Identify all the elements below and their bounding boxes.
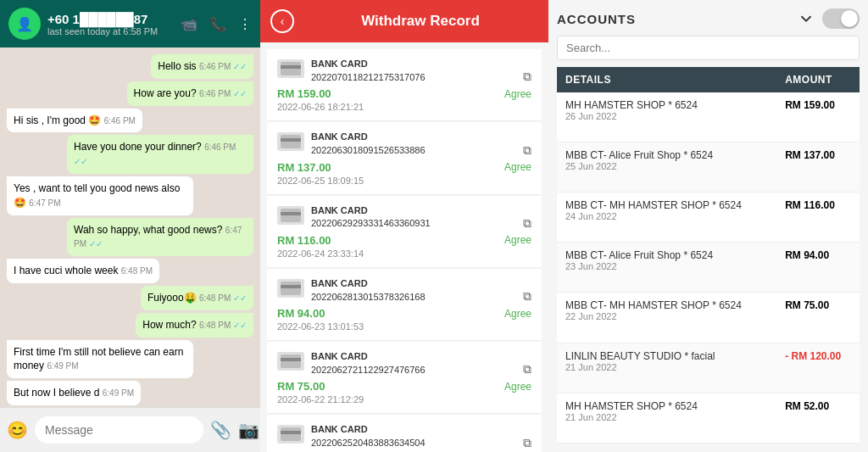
message-bubble-incoming: Hi sis , I'm good 🤩 6:46 PM xyxy=(7,109,142,133)
withdraw-item-mid: RM 159.00 Agree xyxy=(277,87,531,100)
details-cell: MH HAMSTER SHOP * 6524 21 Jun 2022 xyxy=(557,393,776,443)
read-receipt: ✓✓ xyxy=(74,157,87,166)
message-time: 6:46 PM xyxy=(104,116,136,126)
bank-card-inner xyxy=(281,135,301,148)
chat-panel: 👤 +60 1██████87 last seen today at 6:58 … xyxy=(0,0,260,452)
message-bubble-incoming: First time I'm still not believe can ear… xyxy=(7,340,193,379)
withdraw-amount: RM 94.00 xyxy=(277,307,325,320)
table-row: MH HAMSTER SHOP * 6524 26 Jun 2022 RM 15… xyxy=(557,92,860,142)
message-text: Hello sis xyxy=(158,60,196,72)
copy-icon[interactable]: ⧉ xyxy=(523,289,531,304)
message-bubble-outgoing: Fuiyooo🤑 6:48 PM ✓✓ xyxy=(141,286,253,310)
bank-card-icon xyxy=(277,59,304,78)
bank-card-inner xyxy=(281,427,301,441)
details-name: MH HAMSTER SHOP * 6524 xyxy=(565,99,768,111)
attachment-icon[interactable]: 📎 xyxy=(210,420,231,440)
read-receipt: ✓✓ xyxy=(233,62,247,71)
bank-card-inner xyxy=(281,62,301,75)
message-row: How much? 6:48 PM ✓✓ xyxy=(7,313,253,338)
message-text: First time I'm still not believe can ear… xyxy=(14,346,183,372)
table-row: MBB CT- MH HAMSTER SHOP * 6524 22 Jun 20… xyxy=(557,293,860,343)
withdraw-item-mid: RM 75.00 Agree xyxy=(277,380,531,393)
bank-card-label: BANK CARD xyxy=(311,350,531,362)
chevron-down-icon[interactable] xyxy=(797,9,815,28)
withdraw-status: Agree xyxy=(504,234,531,246)
message-time: 6:48 PM xyxy=(121,266,153,276)
message-bubble-incoming: But now I believe d 6:49 PM xyxy=(7,381,141,405)
message-input[interactable] xyxy=(35,416,203,444)
menu-icon[interactable]: ⋮ xyxy=(238,16,252,32)
message-bubble-outgoing: How are you? 6:46 PM ✓✓ xyxy=(127,81,253,106)
message-time: 6:49 PM xyxy=(47,361,78,371)
toggle-switch[interactable] xyxy=(822,8,860,29)
amount-cell: RM 52.00 xyxy=(776,393,860,443)
bank-card-icon xyxy=(277,279,304,298)
withdraw-date: 2022-06-24 23:33:14 xyxy=(277,248,531,259)
withdraw-date: 2022-06-22 21:12:29 xyxy=(277,394,531,405)
amount-cell: RM 116.00 xyxy=(776,193,860,243)
camera-icon[interactable]: 📷 xyxy=(238,420,259,440)
message-bubble-incoming: I have cuci whole week 6:48 PM xyxy=(7,259,159,283)
chat-body: Hello sis 6:46 PM ✓✓ How are you? 6:46 P… xyxy=(0,47,260,407)
withdraw-title: Withdraw Record xyxy=(303,13,538,30)
withdraw-date: 2022-06-26 18:21:21 xyxy=(277,102,531,112)
message-row: Hello sis 6:46 PM ✓✓ xyxy=(7,54,253,79)
details-date: 24 Jun 2022 xyxy=(565,211,768,221)
copy-icon[interactable]: ⧉ xyxy=(523,216,531,231)
withdraw-item-mid: RM 116.00 Agree xyxy=(277,234,531,247)
details-name: MBB CT- MH HAMSTER SHOP * 6524 xyxy=(565,299,768,311)
withdraw-amount: RM 116.00 xyxy=(277,234,331,247)
withdraw-status: Agree xyxy=(504,88,531,100)
message-time: 6:46 PM ✓✓ xyxy=(199,62,247,71)
bank-card-inner xyxy=(281,282,301,295)
accounts-table: DETAILS AMOUNT MH HAMSTER SHOP * 6524 26… xyxy=(557,67,860,444)
search-input[interactable] xyxy=(557,36,860,60)
contact-name: +60 1██████87 xyxy=(47,12,174,26)
contact-status: last seen today at 6:58 PM xyxy=(47,26,174,36)
back-button[interactable]: ‹ xyxy=(270,9,294,33)
amount-cell: - RM 120.00 xyxy=(776,343,860,393)
chat-header-info: +60 1██████87 last seen today at 6:58 PM xyxy=(47,12,174,36)
accounts-header: ACCOUNTS xyxy=(557,8,860,29)
video-call-icon[interactable]: 📹 xyxy=(181,16,198,32)
withdraw-item: BANK CARD 20220625204838836345​04 ⧉ RM 5… xyxy=(267,415,542,452)
withdraw-header: ‹ Withdraw Record xyxy=(260,0,548,42)
copy-icon[interactable]: ⧉ xyxy=(523,362,531,377)
message-text: Have you done your dinner? xyxy=(74,141,202,153)
phone-icon[interactable]: 📞 xyxy=(209,16,226,32)
chat-footer: 😊 📎 📷 🎤 xyxy=(0,407,260,452)
read-receipt: ✓✓ xyxy=(233,89,247,98)
message-text: Fuiyooo🤑 xyxy=(147,292,197,304)
withdraw-status: Agree xyxy=(504,161,531,173)
copy-icon[interactable]: ⧉ xyxy=(523,70,531,84)
message-text: Hi sis , I'm good 🤩 xyxy=(14,114,101,126)
table-row: MH HAMSTER SHOP * 6524 21 Jun 2022 RM 52… xyxy=(557,393,860,443)
emoji-icon[interactable]: 😊 xyxy=(7,420,28,440)
message-time: 6:48 PM ✓✓ xyxy=(199,293,247,303)
withdraw-amount: RM 159.00 xyxy=(277,87,331,100)
withdraw-status: Agree xyxy=(504,308,531,320)
message-row: I have cuci whole week 6:48 PM xyxy=(7,259,253,283)
withdraw-status: Agree xyxy=(504,381,531,393)
message-bubble-outgoing: Wah so happy, what good news? 6:47 PM ✓✓ xyxy=(67,218,253,257)
message-text: How much? xyxy=(142,319,196,331)
amount-cell: RM 94.00 xyxy=(776,243,860,293)
message-row: First time I'm still not believe can ear… xyxy=(7,340,253,379)
transaction-number: 20220627211229274767​66 xyxy=(311,365,520,375)
message-row: Fuiyooo🤑 6:48 PM ✓✓ xyxy=(7,286,253,310)
copy-icon[interactable]: ⧉ xyxy=(523,143,531,158)
message-row: Wah so happy, what good news? 6:47 PM ✓✓ xyxy=(7,218,253,257)
message-row: Have you done your dinner? 6:46 PM ✓✓ xyxy=(7,135,253,174)
message-text: I have cuci whole week xyxy=(14,265,118,276)
amount-cell: RM 137.00 xyxy=(776,142,860,192)
details-name: MBB CT- MH HAMSTER SHOP * 6524 xyxy=(565,199,768,211)
withdraw-item: BANK CARD 20220629293331463360​931 ⧉ RM … xyxy=(267,196,542,268)
message-time: 6:49 PM xyxy=(103,388,134,398)
copy-icon[interactable]: ⧉ xyxy=(523,436,531,450)
details-date: 25 Jun 2022 xyxy=(565,161,768,171)
details-cell: MBB CT- MH HAMSTER SHOP * 6524 22 Jun 20… xyxy=(557,293,776,343)
amount-header: AMOUNT xyxy=(776,67,860,92)
withdraw-list: BANK CARD 20220701182121753170​76 ⧉ RM 1… xyxy=(260,42,548,452)
details-cell: MBB CT- Alice Fruit Shop * 6524 25 Jun 2… xyxy=(557,142,776,192)
withdraw-item: BANK CARD 20220628130153783261​68 ⧉ RM 9… xyxy=(267,269,542,341)
